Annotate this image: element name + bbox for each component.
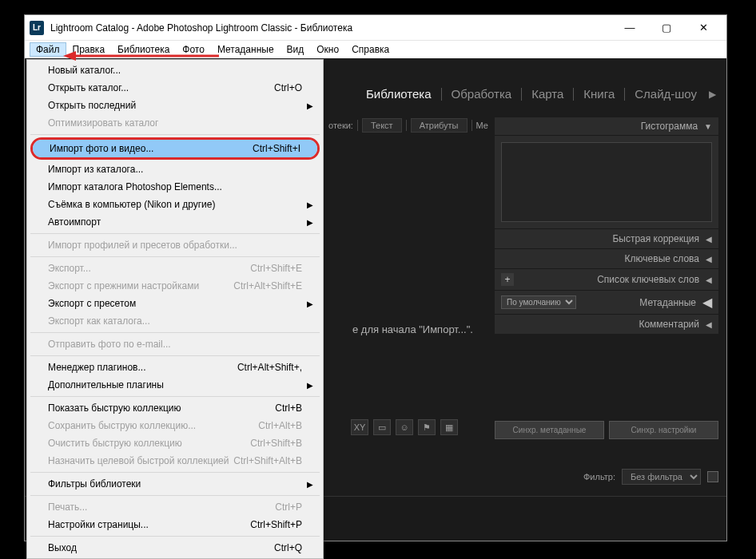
panel-metadata-label: Метаданные [576, 297, 696, 308]
filter-meta-partial: Ме [476, 121, 488, 130]
menu-print: Печать...Ctrl+P [29, 498, 321, 516]
module-picker: Библиотека Обработка Карта Книга Слайд-ш… [358, 85, 718, 102]
menu-extra-plugins[interactable]: Дополнительные плагины▶ [29, 376, 321, 394]
filter-partial-label: отеки: [328, 121, 353, 130]
menu-help[interactable]: Справка [345, 42, 396, 57]
grid-icon[interactable]: ▦ [440, 419, 458, 435]
add-keyword-button[interactable]: + [501, 273, 514, 286]
tab-library[interactable]: Библиотека [358, 85, 440, 102]
submenu-arrow-icon: ▶ [307, 218, 313, 227]
right-panel: Гистограмма ▼ Быстрая коррекция ◀ Ключев… [495, 117, 718, 334]
file-menu-dropdown: Новый каталог... Открыть каталог...Ctrl+… [26, 59, 324, 559]
panel-keywords-label: Ключевые слова [625, 253, 699, 264]
sort-icon[interactable]: XY [351, 419, 368, 435]
menu-autoimport[interactable]: Автоимпорт▶ [29, 213, 321, 231]
menu-open-catalog[interactable]: Открыть каталог...Ctrl+O [29, 79, 321, 97]
menu-tethered-capture[interactable]: Съёмка в компьютер (Nikon и другие)▶ [29, 196, 321, 213]
tab-slideshow[interactable]: Слайд-шоу [627, 85, 705, 102]
divider [441, 88, 442, 101]
menu-plugin-manager[interactable]: Менеджер плагинов...Ctrl+Alt+Shift+, [29, 359, 321, 376]
menu-edit[interactable]: Правка [66, 42, 112, 57]
menu-optimize-catalog: Оптимизировать каталог [29, 114, 321, 132]
histogram-box [501, 142, 712, 222]
window-title: Lightroom Catalog - Adobe Photoshop Ligh… [50, 22, 611, 34]
menu-clear-quick-collection: Очистить быструю коллекциюCtrl+Shift+B [29, 434, 321, 452]
separator [30, 332, 320, 333]
menubar: Файл Правка Библиотека Фото Метаданные В… [25, 41, 726, 58]
panel-comments[interactable]: Комментарий ◀ [495, 314, 718, 334]
minimize-button[interactable]: — [611, 16, 648, 40]
menu-export-preset[interactable]: Экспорт с пресетом▶ [29, 295, 321, 312]
menu-import-photos[interactable]: Импорт фото и видео...Ctrl+Shift+I [30, 137, 320, 160]
divider [357, 120, 358, 131]
menu-show-quick-collection[interactable]: Показать быструю коллекциюCtrl+B [29, 399, 321, 417]
painter-icon[interactable]: ▭ [373, 419, 391, 435]
titlebar: Lr Lightroom Catalog - Adobe Photoshop L… [25, 15, 726, 41]
submenu-arrow-icon: ▶ [307, 299, 313, 308]
divider [521, 88, 522, 101]
maximize-button[interactable]: ▢ [648, 16, 685, 40]
menu-page-setup[interactable]: Настройки страницы...Ctrl+Shift+P [29, 516, 321, 533]
submenu-arrow-icon: ▶ [307, 381, 313, 390]
tab-develop[interactable]: Обработка [444, 85, 520, 102]
separator [30, 134, 320, 135]
flag-icon[interactable]: ⚑ [418, 419, 436, 435]
separator [30, 495, 320, 496]
filter-attributes[interactable]: Атрибуты [411, 118, 468, 133]
menu-metadata[interactable]: Метаданные [211, 42, 281, 57]
submenu-arrow-icon: ▶ [307, 101, 313, 110]
menu-import-from-catalog[interactable]: Импорт из каталога... [29, 161, 321, 178]
separator [30, 233, 320, 234]
panel-histogram-header[interactable]: Гистограмма ▼ [495, 117, 718, 136]
menu-import-profiles: Импорт профилей и пресетов обработки... [29, 236, 321, 254]
separator [30, 355, 320, 356]
filter-lock-icon[interactable] [707, 471, 718, 482]
filter-text[interactable]: Текст [362, 118, 402, 133]
divider [573, 88, 574, 101]
tab-book[interactable]: Книга [575, 85, 623, 102]
submenu-arrow-icon: ▶ [307, 480, 313, 489]
panel-quick-develop[interactable]: Быстрая коррекция ◀ [495, 228, 718, 248]
empty-library-hint: е для начала "Импорт...". [352, 323, 473, 335]
window-controls: — ▢ ✕ [611, 16, 722, 40]
menu-new-catalog[interactable]: Новый каталог... [29, 61, 321, 79]
separator [30, 256, 320, 257]
metadata-preset-select[interactable]: По умолчанию [501, 295, 576, 309]
menu-view[interactable]: Вид [281, 42, 311, 57]
separator [30, 472, 320, 473]
chevron-left-icon: ◀ [706, 276, 712, 284]
menu-exit[interactable]: ВыходCtrl+Q [29, 539, 321, 557]
chevron-left-icon: ◀ [706, 255, 712, 264]
menu-export-as-catalog: Экспорт как каталога... [29, 312, 321, 330]
panel-metadata[interactable]: По умолчанию Метаданные ◀ [495, 290, 718, 314]
menu-import-pse[interactable]: Импорт каталога Photoshop Elements... [29, 178, 321, 196]
menu-library[interactable]: Библиотека [111, 42, 176, 57]
panel-keyword-list[interactable]: + Список ключевых слов ◀ [495, 268, 718, 290]
face-icon[interactable]: ☺ [396, 419, 413, 435]
chevron-down-icon: ▼ [704, 122, 712, 131]
module-more-icon[interactable]: ▶ [706, 89, 718, 100]
menu-send-email: Отправить фото по e-mail... [29, 335, 321, 353]
separator [30, 396, 320, 397]
menu-window[interactable]: Окно [310, 42, 345, 57]
menu-library-filters[interactable]: Фильтры библиотеки▶ [29, 475, 321, 493]
submenu-arrow-icon: ▶ [307, 200, 313, 209]
sync-settings-button[interactable]: Синхр. настройки [609, 421, 718, 439]
panel-keywords[interactable]: Ключевые слова ◀ [495, 248, 718, 268]
grid-toolbar: XY ▭ ☺ ⚑ ▦ [351, 419, 458, 435]
close-button[interactable]: ✕ [685, 16, 722, 40]
panel-histogram-label: Гистограмма [641, 121, 698, 132]
menu-photo[interactable]: Фото [176, 42, 211, 57]
sync-metadata-button[interactable]: Синхр. метаданные [495, 421, 604, 439]
menu-target-quick-collection: Назначить целевой быстрой коллекциейCtrl… [29, 452, 321, 470]
tab-map[interactable]: Карта [523, 85, 571, 102]
panel-keylist-label: Список ключевых слов [597, 274, 699, 285]
filter-label: Фильтр: [583, 472, 615, 482]
filter-select[interactable]: Без фильтра [622, 469, 701, 485]
chevron-left-icon: ◀ [706, 320, 712, 329]
menu-open-recent[interactable]: Открыть последний▶ [29, 97, 321, 114]
chevron-left-icon: ◀ [702, 295, 712, 310]
sync-bar: Синхр. метаданные Синхр. настройки [495, 416, 718, 444]
menu-file[interactable]: Файл [30, 42, 66, 57]
menu-save-quick-collection: Сохранить быструю коллекцию...Ctrl+Alt+B [29, 417, 321, 434]
